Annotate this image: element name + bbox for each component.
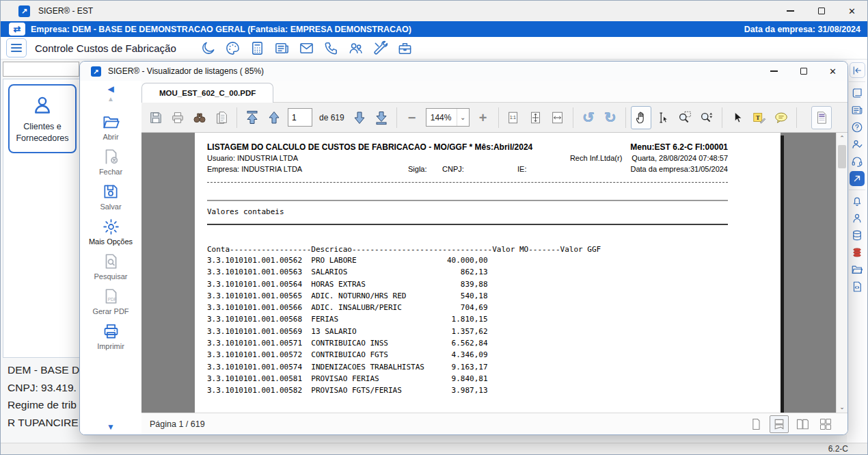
company-switch-icon[interactable]: ⇄	[9, 23, 25, 36]
tile-label: Clientes e Fornecedores	[16, 121, 68, 144]
gear-icon	[101, 217, 120, 236]
actual-size-button[interactable]: 1:1	[504, 106, 524, 129]
fit-page-button[interactable]	[526, 106, 546, 129]
find-button[interactable]	[189, 106, 210, 129]
phone-button[interactable]	[323, 39, 340, 57]
doc-company-date: Data da empresa:31/05/2024	[631, 165, 729, 173]
dark-mode-button[interactable]	[200, 39, 217, 57]
newspaper-icon	[274, 40, 290, 56]
viewer-open-button[interactable]: Abrir	[82, 112, 139, 141]
vertical-scrollbar[interactable]: ⌃ ⌄	[836, 133, 847, 413]
viewer-maximize-button[interactable]	[789, 62, 818, 81]
rotate-ccw-button[interactable]: ↺	[578, 106, 599, 129]
viewer-minimize-button[interactable]	[759, 62, 789, 81]
svg-text:PDF: PDF	[108, 297, 117, 302]
pdf-file-icon: PDF	[101, 287, 120, 306]
user-check-button[interactable]	[848, 135, 866, 153]
zoom-in-button[interactable]: +	[473, 106, 493, 129]
search-input[interactable]	[3, 62, 79, 77]
viewer-close-button[interactable]: ✕	[818, 62, 847, 81]
select-text-button[interactable]	[653, 106, 673, 129]
minimize-button[interactable]	[775, 1, 806, 21]
save-icon	[148, 110, 163, 125]
theme-button[interactable]	[224, 39, 242, 57]
zoom-out-button[interactable]: −	[402, 106, 422, 129]
rotate-cw-button[interactable]: ↻	[600, 106, 621, 129]
actual-size-icon: 1:1	[506, 110, 521, 125]
table-row: 3.3.1010101.001.00568 FERIAS 1.810,15	[207, 313, 728, 325]
files-button[interactable]	[848, 261, 866, 278]
continuous-facing-layout-button[interactable]	[816, 415, 835, 433]
news-button[interactable]	[273, 39, 291, 57]
news-panel-button[interactable]	[848, 101, 866, 118]
select-cursor-button[interactable]	[727, 106, 748, 129]
main-status-bar: 6.2-C	[1, 443, 867, 454]
last-page-button[interactable]	[371, 106, 392, 129]
sidebar-collapse-button[interactable]: ◀	[107, 85, 113, 93]
viewer-print-button[interactable]: Imprimir	[82, 322, 139, 350]
tile-clientes-fornecedores[interactable]: Clientes e Fornecedores	[8, 84, 77, 153]
red-layers-button[interactable]	[848, 244, 866, 261]
page-panel-toggle-button[interactable]	[811, 106, 832, 129]
code-file-button[interactable]	[848, 278, 866, 295]
hand-tool-button[interactable]	[631, 106, 651, 129]
text-note-button[interactable]: T	[749, 106, 770, 129]
zoom-marquee-button[interactable]	[675, 106, 695, 129]
continuous-layout-button[interactable]	[770, 415, 789, 433]
tab-document[interactable]: MOU_EST_602_C_00.PDF	[141, 83, 273, 103]
notifications-button[interactable]	[848, 192, 866, 209]
sidebar-scroll-up-icon[interactable]: ▲	[107, 96, 114, 103]
scroll-up-icon[interactable]: ⌃	[837, 133, 847, 144]
support-button[interactable]	[848, 153, 866, 170]
mail-button[interactable]	[298, 39, 316, 57]
comment-button[interactable]	[771, 106, 791, 129]
calculator-button[interactable]	[249, 39, 267, 57]
pdf-view-area[interactable]: LISTAGEM DO CALCULO DE CUSTOS DE FABRICA…	[141, 133, 847, 413]
collapse-panel-button[interactable]	[850, 62, 865, 78]
maximize-button[interactable]	[806, 1, 837, 21]
viewer-more-options-button[interactable]: Mais Opções	[82, 217, 139, 246]
main-window: ↗ SIGER® - EST ✕ ⇄ Empresa: DEM - BASE D…	[0, 0, 868, 455]
menu-button[interactable]	[6, 38, 27, 57]
siger-active-button[interactable]	[850, 171, 865, 186]
scrollbar-thumb[interactable]	[838, 145, 846, 168]
users-button[interactable]	[347, 39, 365, 57]
save-report-button[interactable]	[146, 106, 166, 129]
next-page-icon	[351, 109, 368, 126]
database-button[interactable]	[848, 226, 866, 244]
previous-page-button[interactable]	[264, 106, 284, 129]
red-stack-icon	[851, 246, 863, 259]
close-button[interactable]: ✕	[837, 1, 867, 21]
help-button[interactable]	[848, 118, 866, 135]
viewer-search-button[interactable]: Pesquisar	[82, 252, 139, 281]
copy-page-button[interactable]	[211, 106, 232, 129]
minus-icon: −	[408, 111, 416, 125]
zoom-dynamic-button[interactable]	[696, 106, 717, 129]
scroll-icon	[851, 87, 863, 99]
separator-line	[207, 200, 728, 201]
viewer-close-file-button[interactable]: Fechar	[82, 147, 139, 176]
binoculars-icon	[192, 110, 207, 125]
fit-width-button[interactable]	[547, 106, 568, 129]
viewer-generate-pdf-button[interactable]: PDF Gerar PDF	[82, 287, 139, 315]
newspaper-icon	[851, 104, 863, 116]
facing-layout-button[interactable]	[793, 415, 812, 433]
single-page-layout-button[interactable]	[746, 415, 765, 433]
separator-line	[207, 182, 728, 183]
next-page-button[interactable]	[349, 106, 370, 129]
page-number-input[interactable]	[288, 108, 312, 127]
viewer-status-bar: Página 1 / 619	[141, 413, 847, 434]
print-report-button[interactable]	[167, 106, 188, 129]
pdf-page: LISTAGEM DO CALCULO DE CUSTOS DE FABRICA…	[195, 133, 781, 413]
viewer-save-button[interactable]: Salvar	[82, 182, 139, 211]
scroll-down-icon[interactable]: ⌄	[837, 402, 847, 413]
tools-button[interactable]	[372, 39, 390, 57]
scripts-button[interactable]	[848, 84, 866, 101]
briefcase-button[interactable]	[396, 39, 414, 57]
table-row: 3.3.1010101.001.00574 INDENIZACOES TRABA…	[207, 361, 728, 373]
sidebar-scroll-down-icon[interactable]: ▼	[107, 423, 115, 431]
table-row: 3.3.1010101.001.00582 PROVISAO FGTS/FERI…	[207, 385, 728, 396]
first-page-button[interactable]	[242, 106, 262, 129]
profile-button[interactable]	[848, 209, 866, 226]
zoom-select[interactable]: 144% ⌄	[426, 108, 470, 127]
